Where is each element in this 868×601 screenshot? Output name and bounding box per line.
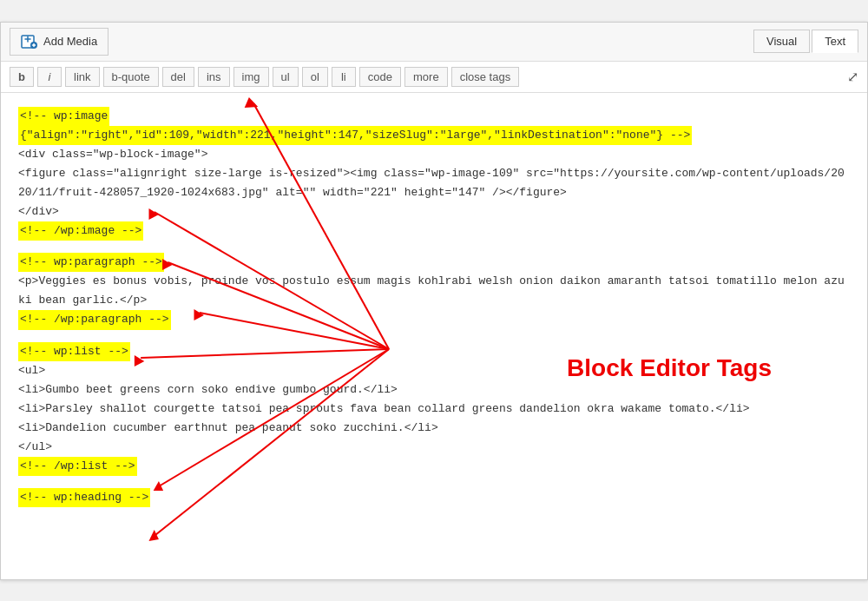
fmt-italic[interactable]: i xyxy=(37,67,62,87)
wp-heading-open: <!-- wp:heading --> xyxy=(18,488,150,507)
code-line-16: <li>Dandelion cucumber earthnut pea pean… xyxy=(18,419,850,438)
fmt-ol[interactable]: ol xyxy=(302,67,328,87)
code-line-10: <!-- /wp:paragraph --> xyxy=(18,310,850,329)
wp-paragraph-open: <!-- wp:paragraph --> xyxy=(18,253,164,272)
fmt-ins[interactable]: ins xyxy=(198,67,230,87)
fmt-bold[interactable]: b xyxy=(10,67,34,87)
code-line-19 xyxy=(18,476,850,488)
text-tab[interactable]: Text xyxy=(812,30,858,53)
fmt-del[interactable]: del xyxy=(162,67,194,87)
code-line-13: <ul> xyxy=(18,361,850,380)
fmt-more[interactable]: more xyxy=(404,67,448,87)
fmt-ul[interactable]: ul xyxy=(273,67,299,87)
code-line-5: </div> xyxy=(18,202,850,221)
code-line-4: <figure class="alignright size-large is-… xyxy=(18,164,850,202)
code-line-8: <!-- wp:paragraph --> xyxy=(18,253,850,272)
wp-list-open: <!-- wp:list --> xyxy=(18,342,130,361)
code-line-1: <!-- wp:image xyxy=(18,107,850,126)
add-media-icon xyxy=(21,33,38,50)
wp-image-close: <!-- /wp:image --> xyxy=(18,221,143,241)
fmt-bquote[interactable]: b-quote xyxy=(103,67,159,87)
toolbar-format: b i link b-quote del ins img ul ol li co… xyxy=(1,62,867,93)
code-line-14: <li>Gumbo beet greens corn soko endive g… xyxy=(18,380,850,400)
code-line-7 xyxy=(18,241,850,253)
code-line-3: <div class="wp-block-image"> xyxy=(18,145,850,164)
code-line-20: <!-- wp:heading --> xyxy=(18,488,850,507)
code-line-12: <!-- wp:list --> xyxy=(18,342,850,361)
code-line-18: <!-- /wp:list --> xyxy=(18,457,850,476)
fmt-li[interactable]: li xyxy=(332,67,356,87)
toolbar-top: Add Media Visual Text xyxy=(1,23,867,62)
code-line-6: <!-- /wp:image --> xyxy=(18,221,850,241)
add-media-button[interactable]: Add Media xyxy=(10,28,108,56)
view-tabs: Visual Text xyxy=(753,30,858,53)
code-line-17: </ul> xyxy=(18,438,850,457)
visual-tab[interactable]: Visual xyxy=(753,30,810,53)
fmt-close-tags[interactable]: close tags xyxy=(451,67,520,87)
fmt-img[interactable]: img xyxy=(233,67,269,87)
add-media-label: Add Media xyxy=(43,35,97,48)
code-area[interactable]: <!-- wp:image {"align":"right","id":109,… xyxy=(1,93,867,579)
wp-list-close: <!-- /wp:list --> xyxy=(18,457,137,476)
code-line-9: <p>Veggies es bonus vobis, proinde vos p… xyxy=(18,272,850,310)
svg-marker-15 xyxy=(148,530,158,541)
code-line-11 xyxy=(18,330,850,342)
expand-icon[interactable]: ⤢ xyxy=(847,69,858,85)
wp-image-open: <!-- wp:image xyxy=(18,107,109,126)
wp-paragraph-close: <!-- /wp:paragraph --> xyxy=(18,310,171,329)
editor-container: Add Media Visual Text b i link b-quote d… xyxy=(0,22,868,580)
fmt-code[interactable]: code xyxy=(359,67,401,87)
code-line-2: {"align":"right","id":109,"width":221,"h… xyxy=(18,126,850,145)
wp-image-json: {"align":"right","id":109,"width":221,"h… xyxy=(18,126,692,145)
code-line-15: <li>Parsley shallot courgette tatsoi pea… xyxy=(18,400,850,419)
fmt-link[interactable]: link xyxy=(65,67,100,87)
